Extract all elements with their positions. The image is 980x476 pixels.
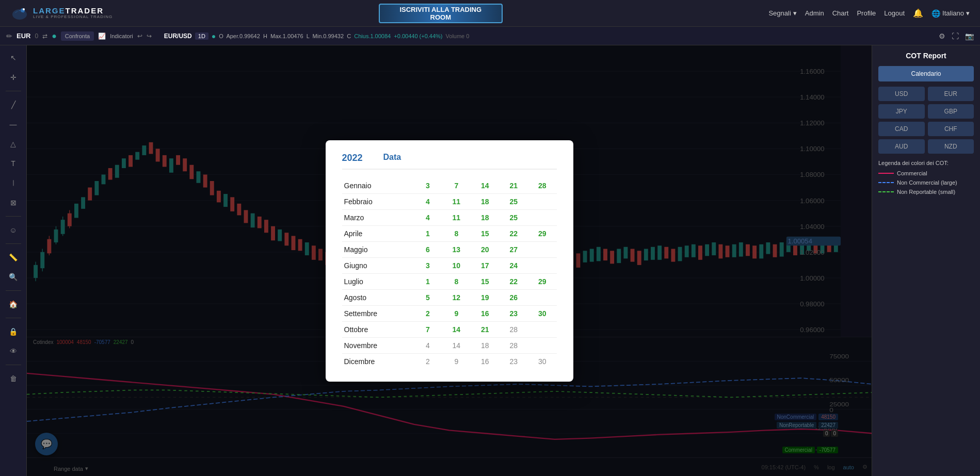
date-green[interactable]: 8 <box>442 273 471 289</box>
tool-horizontal[interactable]: — <box>5 116 22 133</box>
chart-area: 1.16000 1.14000 1.12000 1.10000 1.08000 … <box>27 45 872 476</box>
date-green[interactable]: 12 <box>442 289 471 305</box>
calendario-button[interactable]: Calendario <box>878 66 974 81</box>
nav-chart[interactable]: Chart <box>832 9 849 17</box>
date-gray[interactable]: 16 <box>471 353 499 369</box>
undo-icon[interactable]: ↩ <box>137 32 142 40</box>
date-green[interactable]: 16 <box>471 305 499 321</box>
date-green[interactable]: 3 <box>413 178 442 194</box>
month-name: Novembre <box>342 337 414 353</box>
nzd-button[interactable]: NZD <box>928 139 974 154</box>
date-green[interactable]: 30 <box>528 305 557 321</box>
chf-button[interactable]: CHF <box>928 122 974 136</box>
date-green[interactable]: 1 <box>413 225 442 241</box>
screenshot-icon[interactable]: 📷 <box>965 32 974 40</box>
confronta-button[interactable]: Confronta <box>61 31 94 41</box>
date-gray[interactable]: 14 <box>442 337 471 353</box>
modal-overlay[interactable]: 2022 Data Gennaio37142128Febbraio4111825… <box>27 45 872 476</box>
date-green[interactable]: 5 <box>413 289 442 305</box>
tool-cursor[interactable]: ↖ <box>5 50 22 66</box>
nav-segnali[interactable]: Segnali ▾ <box>768 9 796 17</box>
date-green[interactable]: 27 <box>500 241 528 257</box>
cursor-tool[interactable]: ✏ <box>6 32 12 40</box>
date-green[interactable]: 3 <box>413 257 442 273</box>
redo-icon[interactable]: ↪ <box>147 32 152 40</box>
aud-button[interactable]: AUD <box>878 139 925 154</box>
date-gray[interactable]: 2 <box>413 353 442 369</box>
table-row: Ottobre7142128 <box>342 321 557 337</box>
usd-button[interactable]: USD <box>878 87 925 101</box>
date-green[interactable]: 29 <box>528 225 557 241</box>
nav-profile[interactable]: Profile <box>857 9 876 17</box>
date-green[interactable]: 20 <box>471 241 499 257</box>
date-green[interactable]: 22 <box>500 225 528 241</box>
eur-button[interactable]: EUR <box>928 87 974 101</box>
fullscreen-icon[interactable]: ⛶ <box>952 32 959 40</box>
jpy-button[interactable]: JPY <box>878 104 925 119</box>
indicatori-button[interactable]: Indicatori <box>110 33 133 39</box>
date-green[interactable]: 29 <box>528 273 557 289</box>
date-green[interactable]: 15 <box>471 225 499 241</box>
date-green[interactable]: 21 <box>471 321 499 337</box>
date-gray[interactable]: 4 <box>413 337 442 353</box>
tool-eye[interactable]: 👁 <box>5 343 22 359</box>
date-green[interactable]: 28 <box>528 178 557 194</box>
tool-trendline[interactable]: ╱ <box>5 96 22 113</box>
date-green[interactable]: 10 <box>442 257 471 273</box>
tool-emoji[interactable]: ☺ <box>5 222 22 238</box>
date-gray[interactable]: 28 <box>500 337 528 353</box>
date-green[interactable]: 6 <box>413 241 442 257</box>
date-green[interactable]: 18 <box>471 193 499 209</box>
date-green[interactable]: 19 <box>471 289 499 305</box>
date-green[interactable]: 22 <box>500 273 528 289</box>
date-green[interactable]: 2 <box>413 305 442 321</box>
tool-zoom[interactable]: 🔍 <box>5 269 22 285</box>
date-green[interactable]: 24 <box>500 257 528 273</box>
noncommercial-line-icon <box>878 182 894 183</box>
tool-gann[interactable]: ⊠ <box>5 194 22 211</box>
date-green[interactable]: 11 <box>442 193 471 209</box>
date-green[interactable]: 18 <box>471 209 499 225</box>
settings-icon[interactable]: ⚙ <box>939 32 945 40</box>
logo: LARGETRADER LIVE & PROFESSIONAL TRADING <box>10 4 113 23</box>
date-green[interactable]: 26 <box>500 289 528 305</box>
gbp-button[interactable]: GBP <box>928 104 974 119</box>
tool-ruler[interactable]: 📏 <box>5 249 22 266</box>
date-green[interactable]: 7 <box>413 321 442 337</box>
date-green[interactable]: 8 <box>442 225 471 241</box>
date-gray[interactable]: 18 <box>471 337 499 353</box>
date-green[interactable]: 25 <box>500 193 528 209</box>
date-green[interactable]: 7 <box>442 178 471 194</box>
tool-shapes[interactable]: △ <box>5 136 22 152</box>
cad-button[interactable]: CAD <box>878 122 925 136</box>
tool-text[interactable]: T <box>5 155 22 172</box>
date-green[interactable]: 1 <box>413 273 442 289</box>
tool-trash[interactable]: 🗑 <box>5 370 22 387</box>
bell-icon[interactable]: 🔔 <box>913 8 923 18</box>
nav-logout[interactable]: Logout <box>884 9 905 17</box>
tool-fib[interactable]: 𝄁 <box>5 175 22 191</box>
toolbar-left: ✏ EUR 0 ⇄ ● Confronta 📈 Indicatori ↩ ↪ <box>6 31 152 41</box>
date-green[interactable]: 14 <box>442 321 471 337</box>
date-green[interactable]: 13 <box>442 241 471 257</box>
tool-crosshair[interactable]: ✛ <box>5 69 22 86</box>
tool-lock[interactable]: 🔒 <box>5 323 22 340</box>
date-green[interactable]: 25 <box>500 209 528 225</box>
date-gray[interactable]: 23 <box>500 353 528 369</box>
date-green[interactable]: 4 <box>413 193 442 209</box>
date-green[interactable]: 17 <box>471 257 499 273</box>
nav-admin[interactable]: Admin <box>805 9 824 17</box>
language-selector[interactable]: 🌐 Italiano ▾ <box>931 9 970 18</box>
date-green[interactable]: 9 <box>442 305 471 321</box>
banner-image[interactable]: ISCRIVITI ALLA TRADING ROOM <box>379 4 503 23</box>
date-green[interactable]: 15 <box>471 273 499 289</box>
date-green[interactable]: 4 <box>413 209 442 225</box>
date-green[interactable]: 23 <box>500 305 528 321</box>
tool-magnet[interactable]: 🏠 <box>5 296 22 313</box>
date-gray[interactable]: 28 <box>500 321 528 337</box>
date-gray[interactable]: 9 <box>442 353 471 369</box>
date-green[interactable]: 14 <box>471 178 499 194</box>
date-green[interactable]: 21 <box>500 178 528 194</box>
date-gray[interactable]: 30 <box>528 353 557 369</box>
date-green[interactable]: 11 <box>442 209 471 225</box>
